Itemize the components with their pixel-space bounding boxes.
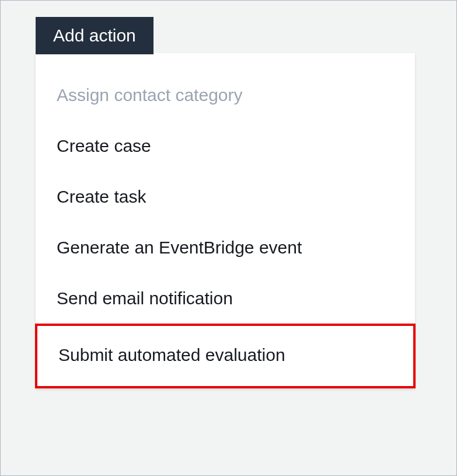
menu-item-create-case[interactable]: Create case: [36, 120, 415, 171]
menu-item-submit-automated-evaluation[interactable]: Submit automated evaluation: [35, 324, 416, 388]
add-action-button[interactable]: Add action: [36, 17, 154, 54]
menu-item-create-task[interactable]: Create task: [36, 171, 415, 222]
menu-item-label: Assign contact category: [57, 85, 243, 105]
menu-item-label: Submit automated evaluation: [58, 345, 285, 364]
menu-item-assign-contact-category: Assign contact category: [36, 70, 415, 120]
action-dropdown-menu: Assign contact category Create case Crea…: [36, 53, 415, 388]
menu-item-label: Create task: [57, 187, 146, 206]
add-action-label: Add action: [53, 26, 136, 45]
menu-item-label: Create case: [57, 136, 151, 155]
menu-item-label: Send email notification: [57, 289, 233, 308]
menu-item-label: Generate an EventBridge event: [57, 238, 302, 257]
menu-item-generate-eventbridge-event[interactable]: Generate an EventBridge event: [36, 222, 415, 273]
menu-item-send-email-notification[interactable]: Send email notification: [36, 273, 415, 324]
